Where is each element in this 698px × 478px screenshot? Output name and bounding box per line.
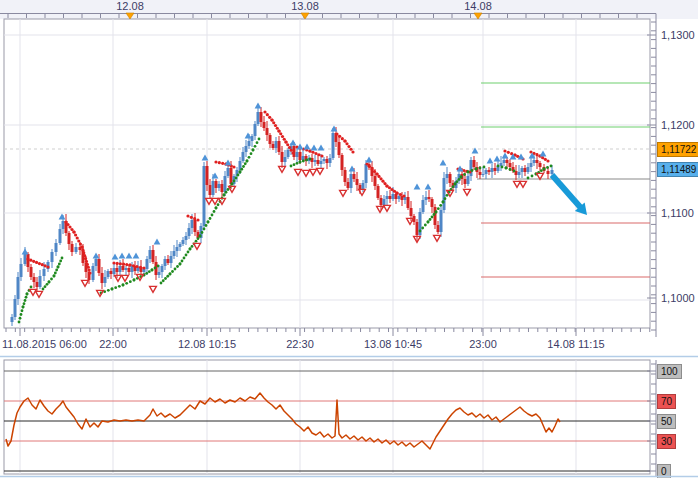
candle-body — [179, 244, 182, 247]
pivot-dot — [544, 158, 547, 161]
sar-dot — [22, 306, 25, 309]
pivot-dot — [370, 167, 373, 170]
candle-body — [215, 181, 218, 188]
sar-dot — [231, 183, 234, 186]
sar-dot — [227, 188, 230, 191]
sar-dot — [531, 175, 534, 178]
sar-dot — [157, 265, 160, 268]
sar-dot — [24, 299, 27, 302]
candle-body — [509, 163, 512, 167]
pivot-dot — [320, 154, 323, 157]
candle-body — [209, 185, 212, 195]
pivot-dot — [503, 149, 506, 152]
sar-dot — [433, 213, 436, 216]
pivot-dot — [122, 263, 125, 266]
candle-body — [221, 184, 224, 192]
candle-body — [272, 144, 275, 148]
candle-body — [434, 207, 437, 225]
sar-dot — [166, 275, 169, 278]
sar-dot — [309, 158, 312, 161]
sar-dot — [437, 207, 440, 210]
sar-dot — [223, 194, 226, 197]
sar-dot — [148, 270, 151, 273]
candle-body — [374, 176, 377, 186]
candle-body — [479, 172, 482, 175]
candle-body — [470, 160, 473, 176]
sar-dot — [479, 167, 482, 170]
sar-dot — [442, 201, 445, 204]
pivot-dot — [402, 194, 405, 197]
candle-body — [500, 163, 503, 166]
sar-dot — [211, 214, 214, 217]
candle-body — [146, 259, 149, 269]
sar-dot — [145, 272, 148, 275]
sar-dot — [248, 156, 251, 159]
sar-dot — [254, 145, 257, 148]
sar-dot — [213, 210, 216, 213]
candle-body — [55, 243, 58, 252]
price-chart-canvas[interactable] — [0, 0, 698, 478]
candle-body — [116, 268, 119, 272]
candle-body — [422, 200, 425, 212]
pivot-dot — [26, 257, 29, 260]
pivot-dot — [29, 259, 32, 262]
sar-dot — [207, 221, 210, 224]
candle-body — [389, 196, 392, 199]
sar-dot — [483, 166, 486, 169]
pivot-dot — [68, 225, 71, 228]
sar-dot — [42, 288, 45, 291]
pivot-dot — [74, 233, 77, 236]
candle-body — [410, 208, 413, 216]
candle-body — [242, 152, 245, 161]
sar-dot — [458, 178, 461, 181]
sar-dot — [540, 169, 543, 172]
sar-dot — [424, 224, 427, 227]
sar-dot — [125, 282, 128, 285]
candle-body — [425, 197, 428, 200]
sar-dot — [429, 218, 432, 221]
candle-body — [275, 141, 278, 148]
sar-dot — [18, 321, 21, 324]
pivot-dot — [66, 223, 69, 226]
pivot-dot — [88, 271, 91, 274]
candle-body — [527, 167, 530, 172]
candle-body — [104, 277, 107, 283]
candle-body — [203, 166, 206, 226]
pivot-dot — [345, 142, 348, 145]
candle-body — [185, 236, 188, 240]
candle-body — [350, 174, 353, 188]
sar-dot — [114, 286, 117, 289]
sar-dot — [164, 277, 167, 280]
sar-dot — [527, 177, 530, 180]
pivot-dot — [193, 217, 196, 220]
candle-body — [101, 273, 104, 283]
sar-dot — [256, 141, 259, 144]
candle-body — [518, 172, 521, 175]
pivot-dot — [349, 148, 352, 151]
pivot-dot — [79, 242, 82, 245]
candle-body — [530, 163, 533, 167]
pivot-dot — [186, 214, 189, 217]
sar-dot — [505, 167, 508, 170]
candle-body — [98, 259, 101, 273]
pivot-dot — [142, 266, 145, 269]
candle-body — [95, 259, 98, 266]
sar-dot — [299, 161, 302, 164]
pivot-dot — [347, 145, 350, 148]
sar-dot — [23, 302, 26, 305]
pivot-dot — [462, 169, 465, 172]
sar-dot — [419, 230, 422, 233]
sar-dot — [240, 168, 243, 171]
sar-dot — [258, 138, 261, 141]
candle-body — [43, 269, 46, 276]
sar-dot — [53, 275, 56, 278]
sar-dot — [111, 288, 114, 291]
sar-dot — [44, 285, 47, 288]
candle-body — [365, 164, 368, 183]
sar-dot — [296, 162, 299, 165]
candle-body — [24, 254, 27, 264]
candle-body — [230, 168, 233, 184]
candle-body — [407, 197, 410, 208]
sar-dot — [154, 267, 157, 270]
pivot-dot — [81, 248, 84, 251]
